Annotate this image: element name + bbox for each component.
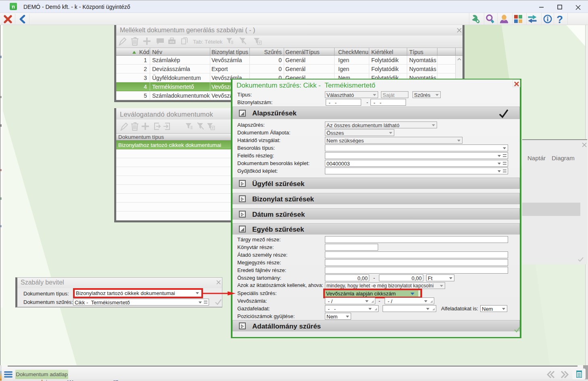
svg-text:n: n: [12, 4, 15, 10]
